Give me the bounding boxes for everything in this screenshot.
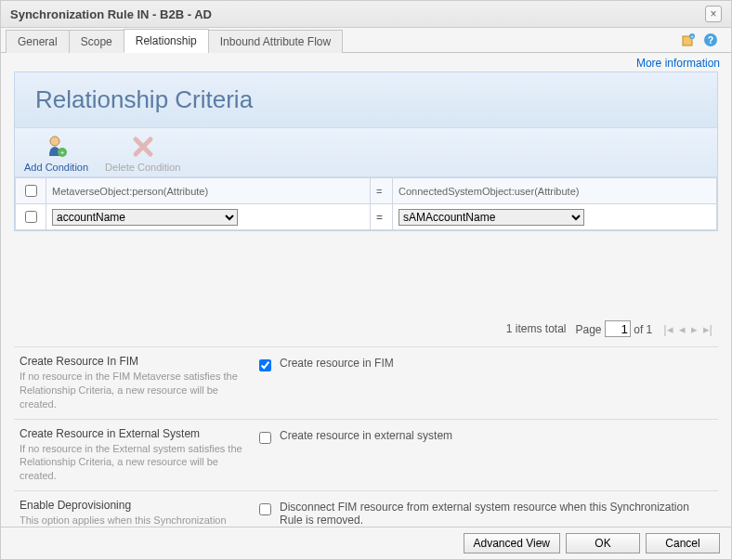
- create-fim-title: Create Resource In FIM: [20, 355, 242, 368]
- create-ext-title: Create Resource in External System: [20, 427, 242, 440]
- delete-condition-icon: [130, 134, 156, 160]
- tab-relationship[interactable]: Relationship: [124, 29, 209, 53]
- create-ext-checkbox[interactable]: [259, 432, 271, 444]
- tab-general[interactable]: General: [6, 30, 70, 53]
- create-fim-checkbox[interactable]: [259, 359, 271, 371]
- close-button[interactable]: ×: [705, 6, 722, 22]
- page-of: of 1: [634, 323, 652, 336]
- deprov-checkbox-label: Disconnect FIM resource from external sy…: [280, 501, 712, 527]
- add-condition-button[interactable]: + Add Condition: [24, 134, 88, 173]
- svg-text:?: ?: [708, 35, 713, 46]
- add-condition-label: Add Condition: [24, 162, 88, 173]
- pager: 1 items total Page of 1 |◂ ◂ ▸ ▸|: [14, 315, 718, 343]
- criteria-toolbar: + Add Condition Delete Condition: [15, 127, 717, 177]
- criteria-table: MetaverseObject:person(Attribute) = Conn…: [15, 177, 717, 230]
- help-icon[interactable]: ?: [702, 32, 719, 48]
- criteria-row: accountName = sAMAccountName: [16, 204, 717, 230]
- more-information-link[interactable]: More information: [636, 57, 720, 70]
- svg-text:+: +: [59, 149, 64, 157]
- add-condition-icon: +: [44, 134, 70, 160]
- create-ext-checkbox-label: Create resource in external system: [280, 429, 452, 442]
- option-create-fim: Create Resource In FIM If no resource in…: [14, 347, 718, 420]
- connected-attribute-select[interactable]: sAMAccountName: [399, 209, 584, 226]
- tab-inbound-attribute-flow[interactable]: Inbound Attribute Flow: [208, 30, 343, 53]
- criteria-header-op: =: [371, 178, 393, 204]
- pager-next-icon[interactable]: ▸: [689, 322, 699, 336]
- relationship-panel: Relationship Criteria + Add Condition De…: [14, 72, 718, 231]
- deprov-title: Enable Deprovisioning: [20, 499, 242, 512]
- select-all-checkbox[interactable]: [25, 185, 37, 197]
- tab-bar: General Scope Relationship Inbound Attri…: [1, 28, 731, 53]
- more-info-row: More information: [1, 53, 731, 72]
- svg-point-5: [50, 137, 59, 146]
- dialog-footer: Advanced View OK Cancel: [1, 527, 731, 559]
- pager-prev-icon[interactable]: ◂: [677, 322, 687, 336]
- delete-condition-button: Delete Condition: [105, 134, 180, 173]
- pager-first-icon[interactable]: |◂: [661, 322, 674, 336]
- tab-scope[interactable]: Scope: [69, 30, 124, 53]
- ok-button[interactable]: OK: [566, 533, 640, 553]
- items-total: 1 items total: [506, 322, 567, 335]
- create-fim-checkbox-label: Create resource in FIM: [280, 357, 394, 370]
- titlebar: Synchronization Rule IN - B2B - AD ×: [1, 1, 731, 28]
- create-fim-desc: If no resource in the FIM Metaverse sati…: [20, 370, 242, 411]
- section-title: Relationship Criteria: [15, 72, 717, 127]
- pager-last-icon[interactable]: ▸|: [701, 322, 714, 336]
- create-ext-desc: If no resource in the External system sa…: [20, 442, 242, 484]
- window-title: Synchronization Rule IN - B2B - AD: [10, 7, 212, 21]
- cancel-button[interactable]: Cancel: [646, 533, 720, 553]
- svg-text:+: +: [690, 33, 694, 39]
- criteria-row-op: =: [371, 204, 393, 230]
- criteria-header-left: MetaverseObject:person(Attribute): [46, 178, 371, 204]
- advanced-view-button[interactable]: Advanced View: [464, 533, 561, 553]
- new-item-icon[interactable]: +: [680, 32, 697, 48]
- row-checkbox[interactable]: [25, 211, 37, 223]
- page-label: Page: [575, 323, 601, 336]
- deprov-checkbox[interactable]: [259, 503, 271, 515]
- criteria-header-right: ConnectedSystemObject:user(Attribute): [393, 178, 717, 204]
- metaverse-attribute-select[interactable]: accountName: [52, 209, 238, 226]
- options-panel: Create Resource In FIM If no resource in…: [14, 346, 718, 549]
- page-input[interactable]: [605, 320, 631, 337]
- delete-condition-label: Delete Condition: [105, 162, 180, 173]
- option-create-external: Create Resource in External System If no…: [14, 420, 718, 492]
